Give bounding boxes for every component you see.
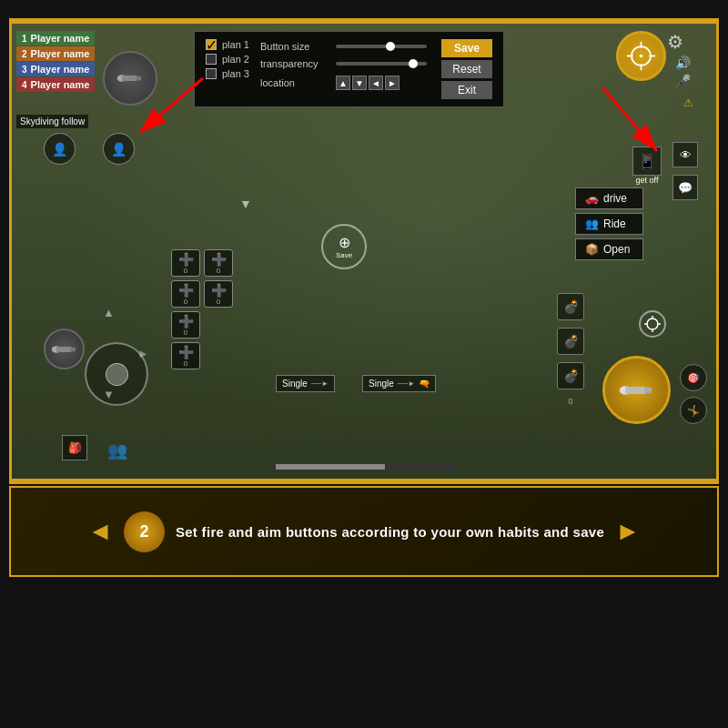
player-item-2[interactable]: 2 Player name	[16, 46, 95, 61]
grenade-item-2[interactable]: 💣	[557, 328, 584, 355]
player-item-4[interactable]: 4 Player name	[16, 77, 95, 92]
button-size-row: Button size	[260, 41, 427, 52]
bottom-border	[9, 479, 719, 484]
open-label: Open	[603, 243, 630, 256]
player-num-1: 1	[22, 34, 27, 44]
grenade-column: 💣 💣 💣 0	[557, 293, 584, 406]
svg-point-19	[647, 318, 658, 329]
transparency-label: transparency	[260, 58, 329, 69]
save-button[interactable]: Save	[441, 39, 492, 57]
reset-button[interactable]: Reset	[441, 60, 492, 78]
med-count-1: 0	[184, 267, 187, 275]
plan2-label: plan 2	[222, 54, 249, 65]
med-row-2: ➕ 0 ➕ 0	[171, 280, 233, 308]
fire-mode-btn-1[interactable]: Single ──►	[276, 375, 335, 392]
plan1-label: plan 1	[222, 39, 249, 50]
bullet-bottomleft	[44, 329, 85, 369]
plan-row-3[interactable]: plan 3	[206, 68, 249, 79]
grenade-count: 0	[557, 397, 584, 406]
player-name-3: Player name	[31, 64, 90, 75]
down-arrow-center: ▼	[239, 197, 252, 211]
svg-rect-18	[644, 387, 652, 392]
far-right-icons: 🎯 🤸	[680, 364, 707, 424]
grenade-item-3[interactable]: 💣	[557, 362, 584, 389]
player-item-1[interactable]: 1 Player name	[16, 31, 95, 46]
crosshair-icon	[625, 40, 657, 72]
speaker-icon[interactable]: 🔊	[675, 56, 691, 70]
fire-mode-arrow-1: ──►	[311, 379, 329, 388]
player-num-2: 2	[22, 49, 27, 59]
med-row-4: ➕ 0	[171, 342, 233, 369]
location-label: location	[260, 77, 329, 88]
plan1-checkbox[interactable]: ✓	[206, 39, 217, 50]
med-count-5: 0	[184, 329, 187, 337]
squad-icon: 👥	[107, 440, 127, 460]
button-size-slider[interactable]	[336, 45, 427, 48]
plan-row-2[interactable]: plan 2	[206, 54, 249, 65]
open-button[interactable]: 📦 Open	[575, 238, 643, 260]
med-btn-2[interactable]: ➕ 0	[204, 249, 233, 277]
med-row-3: ➕ 0	[171, 311, 233, 339]
fire-mode-btn-2[interactable]: Single ──► 🔫	[362, 375, 436, 392]
transparency-slider[interactable]	[336, 62, 427, 66]
center-save-button[interactable]: ⊕ Save	[321, 224, 367, 269]
player-num-3: 3	[22, 65, 27, 75]
med-btn-5[interactable]: ➕ 0	[171, 311, 200, 339]
settings-panel: ✓ plan 1 plan 2 plan 3 Button siz	[194, 31, 504, 107]
med-icon-2: ➕	[211, 252, 227, 267]
instruction-arrow-left: ◄	[87, 517, 113, 546]
player-icon-1: 👤	[44, 133, 76, 165]
main-container: 1 Player name 2 Player name 3 Player nam…	[0, 0, 728, 728]
instruction-text: Set fire and aim buttons according to yo…	[176, 524, 604, 540]
player-num-4: 4	[22, 80, 27, 90]
med-btn-4[interactable]: ➕ 0	[204, 280, 233, 308]
red-arrow-right	[584, 78, 693, 187]
ride-button[interactable]: 👥 Ride	[575, 213, 643, 235]
exit-button[interactable]: Exit	[441, 81, 492, 99]
crosshair-small[interactable]	[639, 310, 666, 338]
settings-action-buttons: Save Reset Exit	[441, 39, 492, 99]
inventory-icon[interactable]: 🎒	[62, 435, 87, 460]
med-icon-1: ➕	[178, 252, 194, 267]
crosshair-circle[interactable]	[616, 31, 666, 81]
svg-rect-15	[70, 347, 76, 351]
svg-line-4	[139, 78, 203, 133]
open-icon: 📦	[585, 243, 599, 256]
med-icon-5: ➕	[178, 314, 194, 329]
location-down-btn[interactable]: ▼	[352, 76, 367, 90]
button-size-thumb[interactable]	[386, 42, 395, 51]
fr-icon-1[interactable]: 🎯	[680, 364, 707, 391]
instruction-icon: 2	[124, 511, 165, 552]
player-item-3[interactable]: 3 Player name	[16, 62, 95, 76]
transparency-thumb[interactable]	[409, 59, 418, 68]
gear-icon[interactable]: ⚙	[667, 31, 689, 53]
fr-icon-2[interactable]: 🤸	[680, 397, 707, 424]
med-icon-4: ➕	[211, 283, 227, 298]
plan2-checkbox[interactable]	[206, 54, 217, 65]
nav-down-arrow: ▼	[103, 388, 115, 401]
progress-fill	[276, 464, 385, 470]
action-buttons: 🚗 drive 👥 Ride 📦 Open	[575, 187, 643, 260]
red-arrow-left	[121, 69, 212, 160]
nav-right-arrow: ►	[137, 347, 149, 360]
player-list: 1 Player name 2 Player name 3 Player nam…	[16, 31, 95, 92]
location-left-btn[interactable]: ◄	[369, 76, 383, 90]
location-right-btn[interactable]: ►	[385, 76, 399, 90]
med-count-2: 0	[217, 267, 220, 275]
med-icon-6: ➕	[178, 345, 194, 359]
svg-rect-14	[56, 347, 72, 352]
drive-button[interactable]: 🚗 drive	[575, 187, 643, 209]
med-grid: ➕ 0 ➕ 0 ➕ 0 ➕ 0 ➕	[171, 249, 233, 369]
plan-row-1[interactable]: ✓ plan 1	[206, 39, 249, 50]
grenade-item-1[interactable]: 💣	[557, 293, 584, 320]
drive-label: drive	[603, 192, 627, 205]
med-btn-6[interactable]: ➕ 0	[171, 342, 200, 369]
med-btn-1[interactable]: ➕ 0	[171, 249, 200, 277]
fire-mode-label-2: Single	[369, 379, 394, 389]
med-btn-3[interactable]: ➕ 0	[171, 280, 200, 308]
location-up-btn[interactable]: ▲	[336, 76, 350, 90]
drive-icon: 🚗	[585, 192, 599, 205]
bullet-icon-bottomleft	[51, 344, 78, 355]
fire-mode-label-1: Single	[282, 379, 308, 389]
player-name-4: Player name	[31, 79, 90, 90]
